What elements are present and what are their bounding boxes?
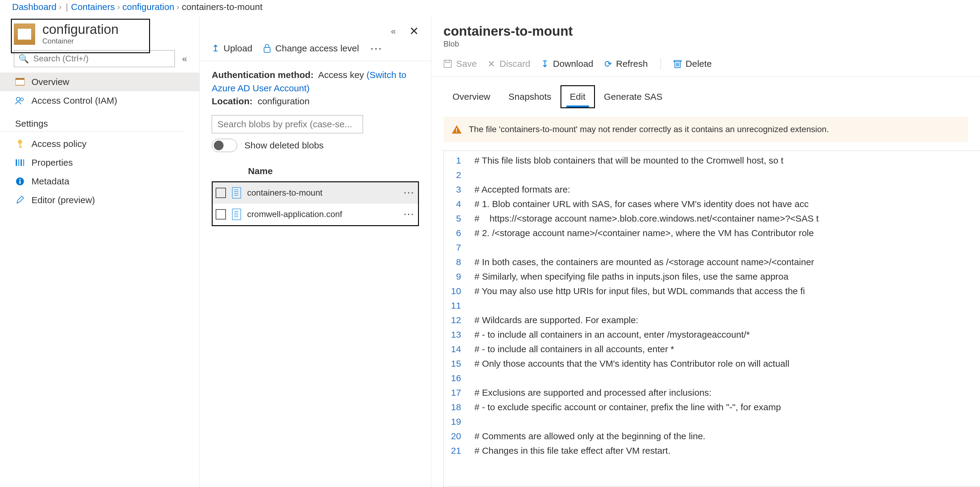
search-icon: 🔍 bbox=[18, 54, 29, 64]
discard-icon: ✕ bbox=[488, 59, 495, 69]
line-gutter: 123456789101112131415161718192021 bbox=[444, 151, 467, 487]
close-icon[interactable]: ✕ bbox=[409, 24, 419, 38]
blob-subtitle: Blob bbox=[444, 39, 968, 49]
separator-pipe: | bbox=[66, 2, 68, 12]
svg-rect-7 bbox=[16, 159, 17, 166]
tab-edit[interactable]: Edit bbox=[560, 85, 595, 108]
svg-point-3 bbox=[20, 98, 23, 101]
chevron-right-icon: › bbox=[117, 2, 120, 12]
svg-rect-8 bbox=[18, 159, 19, 166]
blob-name: cromwell-application.conf bbox=[247, 209, 342, 219]
tab-generate-sas[interactable]: Generate SAS bbox=[595, 86, 671, 108]
warning-text: The file 'containers-to-mount' may not r… bbox=[469, 125, 829, 134]
svg-rect-12 bbox=[19, 181, 21, 184]
breadcrumb-dashboard[interactable]: Dashboard bbox=[12, 2, 57, 12]
blob-row[interactable]: cromwell-application.conf ⋯ bbox=[213, 204, 418, 225]
nav-properties[interactable]: Properties bbox=[0, 153, 199, 172]
svg-rect-13 bbox=[19, 179, 21, 180]
change-access-label: Change access level bbox=[275, 43, 359, 54]
download-icon: ↧ bbox=[541, 59, 549, 69]
svg-rect-1 bbox=[16, 78, 24, 80]
nav-access-control[interactable]: Access Control (IAM) bbox=[0, 91, 199, 110]
container-subtitle: Container bbox=[42, 37, 119, 45]
blob-table-header: Name bbox=[212, 161, 419, 181]
location-label: Location: bbox=[212, 96, 253, 106]
svg-rect-6 bbox=[19, 147, 22, 148]
auth-method-label: Authentication method: bbox=[212, 70, 313, 80]
blob-search-input[interactable] bbox=[218, 119, 357, 129]
svg-rect-15 bbox=[444, 60, 451, 67]
svg-rect-9 bbox=[21, 159, 22, 166]
people-icon bbox=[15, 96, 25, 106]
info-icon bbox=[15, 176, 25, 186]
auth-method-value: Access key bbox=[318, 70, 364, 80]
breadcrumb: Dashboard › | Containers › configuration… bbox=[0, 0, 980, 17]
container-header: configuration Container bbox=[0, 17, 199, 49]
upload-label: Upload bbox=[224, 43, 252, 54]
warning-banner: The file 'containers-to-mount' may not r… bbox=[444, 117, 968, 142]
annotation-box: containers-to-mount ⋯ cromwell-applicati… bbox=[212, 181, 419, 226]
row-checkbox[interactable] bbox=[216, 188, 226, 198]
trash-icon bbox=[674, 59, 681, 68]
tab-bar: Overview Snapshots Edit Generate SAS bbox=[431, 77, 980, 108]
breadcrumb-current: containers-to-mount bbox=[182, 2, 262, 12]
change-access-button[interactable]: Change access level bbox=[263, 43, 359, 54]
tab-snapshots[interactable]: Snapshots bbox=[500, 86, 560, 108]
more-menu-icon[interactable]: ⋯ bbox=[370, 47, 383, 50]
svg-rect-10 bbox=[23, 159, 24, 166]
sidebar-search[interactable]: 🔍 bbox=[14, 50, 175, 67]
save-label: Save bbox=[456, 59, 477, 69]
nav-access-policy[interactable]: Access policy bbox=[0, 135, 199, 153]
svg-rect-14 bbox=[264, 48, 270, 52]
nav-policy-label: Access policy bbox=[32, 139, 86, 149]
nav-overview[interactable]: Overview bbox=[0, 73, 199, 91]
nav-editor[interactable]: Editor (preview) bbox=[0, 191, 199, 209]
svg-point-2 bbox=[16, 97, 20, 101]
nav-access-label: Access Control (IAM) bbox=[32, 95, 117, 106]
chevron-right-icon: › bbox=[177, 2, 179, 12]
row-more-icon[interactable]: ⋯ bbox=[403, 187, 415, 199]
delete-label: Delete bbox=[686, 59, 712, 69]
lock-icon bbox=[263, 44, 271, 53]
svg-rect-18 bbox=[674, 60, 681, 62]
nav-overview-label: Overview bbox=[32, 77, 69, 87]
upload-icon: ↥ bbox=[212, 43, 219, 54]
save-button[interactable]: Save bbox=[444, 59, 477, 69]
blob-row[interactable]: containers-to-mount ⋯ bbox=[213, 182, 418, 204]
breadcrumb-containers[interactable]: Containers bbox=[71, 2, 115, 12]
sidebar-search-input[interactable] bbox=[33, 54, 170, 63]
code-editor[interactable]: 123456789101112131415161718192021 # This… bbox=[444, 151, 980, 487]
svg-rect-16 bbox=[446, 60, 449, 63]
delete-button[interactable]: Delete bbox=[674, 59, 712, 69]
blob-name: containers-to-mount bbox=[247, 188, 323, 198]
key-icon bbox=[15, 139, 25, 149]
code-content[interactable]: # This file lists blob containers that w… bbox=[467, 151, 980, 487]
show-deleted-toggle[interactable] bbox=[212, 139, 237, 152]
download-button[interactable]: ↧ Download bbox=[541, 59, 593, 69]
settings-heading: Settings bbox=[0, 110, 185, 132]
collapse-sidebar-icon[interactable]: « bbox=[180, 51, 190, 66]
nav-metadata[interactable]: Metadata bbox=[0, 172, 199, 191]
row-more-icon[interactable]: ⋯ bbox=[403, 208, 415, 220]
discard-button[interactable]: ✕ Discard bbox=[488, 59, 530, 69]
breadcrumb-configuration[interactable]: configuration bbox=[122, 2, 174, 12]
warning-icon bbox=[452, 125, 461, 133]
blob-search[interactable] bbox=[212, 115, 363, 133]
collapse-mid-icon[interactable]: « bbox=[388, 24, 398, 39]
show-deleted-label: Show deleted blobs bbox=[244, 140, 324, 151]
overview-icon bbox=[15, 77, 25, 87]
file-icon bbox=[232, 209, 241, 220]
svg-point-4 bbox=[18, 140, 22, 144]
toolbar-separator bbox=[660, 58, 661, 69]
tab-overview[interactable]: Overview bbox=[444, 86, 500, 108]
chevron-right-icon: › bbox=[59, 2, 62, 12]
row-checkbox[interactable] bbox=[216, 209, 226, 219]
refresh-button[interactable]: ⟳ Refresh bbox=[605, 59, 648, 69]
refresh-label: Refresh bbox=[616, 59, 648, 69]
nav-meta-label: Metadata bbox=[32, 176, 69, 187]
upload-button[interactable]: ↥ Upload bbox=[212, 43, 252, 54]
refresh-icon: ⟳ bbox=[605, 59, 612, 69]
discard-label: Discard bbox=[500, 59, 530, 69]
column-name: Name bbox=[248, 166, 273, 176]
container-title: configuration bbox=[42, 22, 119, 36]
